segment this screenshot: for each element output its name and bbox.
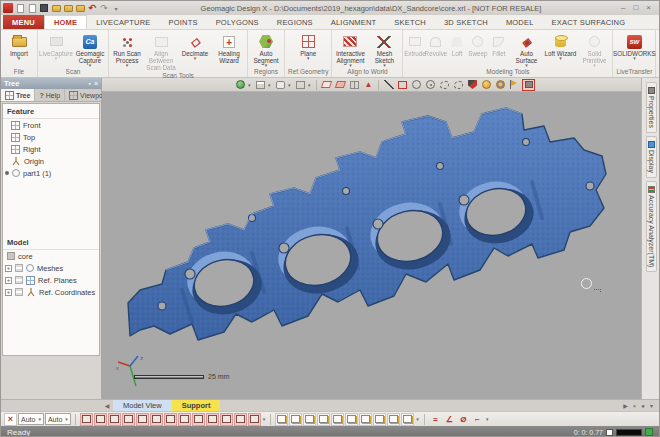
import-button[interactable]: Import▾ (2, 31, 36, 67)
menu-tab-regions[interactable]: REGIONS (268, 15, 322, 29)
lasso-select-icon[interactable] (438, 79, 451, 91)
view-tool-icon-6[interactable] (345, 413, 358, 426)
panel-tab-accuracy-analyzer-tm[interactable]: Accuracy Analyzer(TM) (646, 181, 657, 272)
interactive-alignment-button[interactable]: Interactive Alignment▾ (333, 31, 367, 67)
import-folder-icon[interactable] (51, 3, 61, 13)
view-tool-icon-1[interactable] (275, 413, 288, 426)
sweep-button[interactable]: Sweep (467, 31, 488, 67)
chevron-down-icon[interactable]: ▾ (415, 416, 420, 422)
maximize-icon[interactable]: □ (633, 2, 638, 14)
expander-icon[interactable]: + (5, 277, 12, 284)
mesh-sketch-button[interactable]: Mesh Sketch▾ (367, 31, 401, 67)
viewport-3d[interactable]: ▾▾▾▾▲ (102, 78, 641, 399)
display-toggle-icon-5[interactable] (136, 413, 149, 426)
view-tab-support[interactable]: Support (172, 400, 221, 411)
selection-filter-select-2[interactable]: Auto▾ (45, 413, 71, 425)
panel-tab-display[interactable]: Display (646, 136, 657, 178)
auto-segment-button[interactable]: Auto Segment▾ (249, 31, 283, 67)
rectangle-select-icon[interactable] (396, 79, 409, 91)
rounded-box-icon[interactable] (274, 79, 287, 91)
display-toggle-icon-3[interactable] (108, 413, 121, 426)
panel-tab-properties[interactable]: Properties (646, 82, 657, 133)
freeform-select-icon[interactable] (452, 79, 465, 91)
view-tool-icon-2[interactable] (289, 413, 302, 426)
tree-item-core[interactable]: core (3, 250, 99, 262)
menu-tab-livecapture[interactable]: LIVECAPTURE (87, 15, 159, 29)
chevron-down-icon[interactable]: ▾ (288, 82, 293, 88)
display-toggle-icon-13[interactable] (248, 413, 261, 426)
tab-target-icon[interactable]: ● (641, 403, 645, 409)
display-toggle-icon-12[interactable] (234, 413, 247, 426)
tree-item-meshes[interactable]: +Meshes (3, 262, 99, 274)
line-select-icon[interactable] (382, 79, 395, 91)
display-toggle-icon-9[interactable] (192, 413, 205, 426)
globe-render-icon[interactable] (234, 79, 247, 91)
orbit-select-icon[interactable] (494, 79, 507, 91)
tree-item-right[interactable]: Right (3, 143, 99, 155)
extrude-button[interactable]: Extrude (404, 31, 425, 67)
selection-mode-toggle[interactable] (522, 79, 535, 91)
decimate-button[interactable]: ◇Decimate▾ (178, 31, 212, 71)
selection-filter-icon[interactable]: × (4, 413, 17, 426)
plane-button[interactable]: Plane▾ (291, 31, 325, 67)
save-icon[interactable] (39, 3, 49, 13)
loft-wizard-button[interactable]: Loft Wizard▾ (543, 31, 577, 67)
diameter-icon[interactable]: Ø (457, 413, 470, 426)
loft-button[interactable]: Loft (446, 31, 467, 67)
fillet-button[interactable]: Fillet (488, 31, 509, 67)
display-toggle-icon-7[interactable] (164, 413, 177, 426)
display-toggle-icon-2[interactable] (94, 413, 107, 426)
solid-primitive-button[interactable]: Solid Primitive▾ (577, 31, 611, 67)
close-icon[interactable]: × (94, 80, 98, 87)
menu-tab-menu[interactable]: MENU (3, 15, 44, 29)
geomagic-capture-button[interactable]: CaGeomagic Capture▾ (73, 31, 107, 67)
menu-tab-alignment[interactable]: ALIGNMENT (322, 15, 386, 29)
close-icon[interactable]: × (646, 2, 651, 14)
view-tool-icon-5[interactable] (331, 413, 344, 426)
view-tool-icon-8[interactable] (373, 413, 386, 426)
customize-caret-icon[interactable]: ▾ (111, 3, 121, 13)
menu-tab-polygons[interactable]: POLYGONS (207, 15, 268, 29)
tree-item-part1-1[interactable]: part1 (1) (3, 167, 99, 179)
chevron-down-icon[interactable]: ▾ (268, 82, 273, 88)
revolve-button[interactable]: Revolve (425, 31, 446, 67)
expander-icon[interactable]: + (5, 289, 12, 296)
view-tool-icon-4[interactable] (317, 413, 330, 426)
auto-surface-button[interactable]: ◈Auto Surface▾ (509, 31, 543, 67)
selection-filter-select-1[interactable]: Auto▾ (18, 413, 44, 425)
angle-icon[interactable]: ∠ (443, 413, 456, 426)
ellipse-select-icon[interactable] (424, 79, 437, 91)
run-scan-process-button[interactable]: Run Scan Process▾ (110, 31, 144, 71)
chevron-down-icon[interactable]: ▾ (248, 82, 253, 88)
tab-scroll-right-icon[interactable]: ▶ (623, 402, 628, 409)
chevron-down-icon[interactable]: ▾ (308, 82, 313, 88)
section-icon[interactable]: ⌐ (471, 413, 484, 426)
align-between-scan-data-button[interactable]: Align Between Scan Data (144, 31, 178, 71)
tree-item-origin[interactable]: Origin (3, 155, 99, 167)
menu-tab-3d-sketch[interactable]: 3D SKETCH (435, 15, 497, 29)
view-tool-icon-9[interactable] (387, 413, 400, 426)
redo-icon[interactable]: ↷ (99, 3, 109, 13)
pin-icon[interactable]: ▪ (88, 80, 90, 87)
panel-tab-tree[interactable]: Tree (1, 89, 35, 101)
sphere-select-icon[interactable] (480, 79, 493, 91)
display-toggle-icon-11[interactable] (220, 413, 233, 426)
panel-tab-help[interactable]: ?Help (35, 89, 65, 101)
expander-icon[interactable]: + (5, 265, 12, 272)
menu-tab-home[interactable]: HOME (44, 15, 87, 29)
solidworks-button[interactable]: SWSOLIDWORKS▾ (617, 31, 651, 67)
import-folder-icon[interactable] (63, 3, 73, 13)
import-folder-icon[interactable] (75, 3, 85, 13)
plane-view-filled-icon[interactable] (334, 79, 347, 91)
display-toggle-icon-4[interactable] (122, 413, 135, 426)
tab-scroll-left-icon[interactable]: ◀ (101, 400, 113, 411)
chevron-down-icon[interactable]: ▾ (485, 416, 490, 422)
livecapture-button[interactable]: LiveCapture▾ (39, 31, 73, 67)
tree-item-ref-planes[interactable]: +Ref. Planes (3, 274, 99, 286)
app-logo-icon[interactable] (3, 3, 13, 13)
view-tab-model-view[interactable]: Model View (113, 400, 172, 411)
view-tool-icon-7[interactable] (359, 413, 372, 426)
minimize-icon[interactable]: – (621, 2, 625, 14)
menu-tab-sketch[interactable]: SKETCH (385, 15, 435, 29)
axis-view-icon[interactable]: ▲ (362, 79, 375, 91)
